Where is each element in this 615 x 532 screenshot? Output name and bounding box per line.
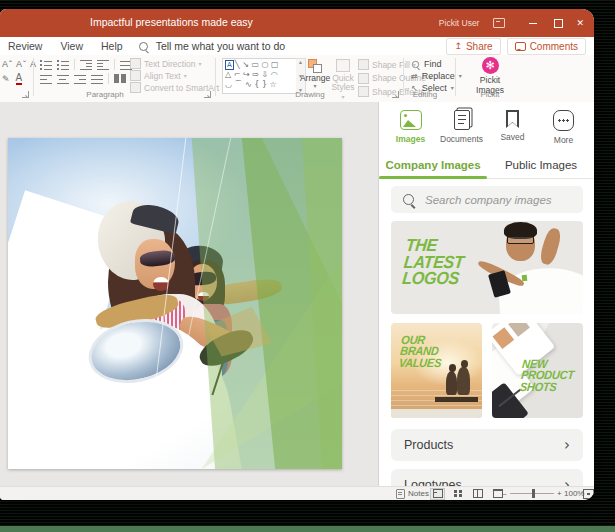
zoom-in-button[interactable]: +: [557, 487, 562, 500]
tile-caption: NEW PRODUCT SHOTS: [519, 359, 575, 393]
shape-icons[interactable]: ╲ ↘ ▭ ○ ▢: [235, 60, 279, 69]
zoom-out-button[interactable]: –: [502, 487, 506, 500]
tab-public-images[interactable]: Public Images: [487, 154, 594, 178]
paragraph-row1: ▾: [40, 59, 140, 70]
notes-label: Notes: [408, 489, 429, 498]
pane-nav-saved[interactable]: Saved: [490, 110, 536, 142]
arrange-button[interactable]: Arrange ▾: [300, 59, 330, 89]
decrease-indent-button[interactable]: [80, 60, 92, 70]
share-label: Share: [466, 41, 493, 52]
font-color-button[interactable]: A: [16, 73, 23, 85]
shape-effects-icon: [358, 86, 369, 97]
pickit-label-1: Pickit: [480, 75, 500, 85]
shapes-row-2[interactable]: △ ⌐ ↪ ⇨ ⇩ ◠: [225, 70, 297, 80]
notes-button[interactable]: Notes: [396, 487, 429, 500]
shapes-gallery[interactable]: A╲ ↘ ▭ ○ ▢ △ ⌐ ↪ ⇨ ⇩ ◠ ◡ ⌒ ∿ { } ☆: [222, 58, 300, 94]
tab-view[interactable]: View: [60, 40, 83, 52]
group-separator: [33, 58, 34, 96]
numbering-button[interactable]: [57, 60, 69, 70]
zoom-thumb[interactable]: [532, 489, 535, 498]
photo-shape: [457, 367, 470, 396]
fit-slide-icon: [583, 489, 594, 499]
images-icon: [400, 110, 422, 130]
align-text-item: Align Text ▾: [130, 70, 187, 81]
share-button[interactable]: ↥ Share: [446, 38, 500, 55]
section-products[interactable]: Products ›: [391, 429, 583, 461]
shape-fill-label: Shape Fill: [372, 60, 410, 70]
normal-view-button[interactable]: [430, 488, 445, 500]
signed-in-user[interactable]: Pickit User: [439, 18, 480, 28]
text-effects-icon[interactable]: ✎: [2, 74, 11, 84]
powerpoint-window: Impactful presentations made easy Pickit…: [0, 9, 594, 500]
search-input[interactable]: [423, 193, 577, 207]
slide-canvas[interactable]: [8, 138, 342, 469]
chevron-right-icon: ›: [564, 436, 570, 454]
zoom-level[interactable]: 100%: [564, 487, 584, 500]
share-icon: ↥: [454, 42, 462, 51]
increase-indent-button[interactable]: [97, 60, 109, 70]
bookmark-icon: [506, 110, 519, 128]
zoom-slider[interactable]: [510, 487, 554, 500]
restore-button[interactable]: [554, 19, 563, 28]
collection-tile-brand-values[interactable]: OUR BRAND VALUES: [391, 323, 482, 418]
slide-sorter-view-button[interactable]: [450, 488, 465, 500]
workspace: Images Documents Saved More: [0, 102, 594, 487]
ribbon-tab-row: Review View Help Tell me what you want t…: [0, 37, 594, 55]
comments-button[interactable]: Comments: [507, 38, 586, 55]
collection-tile-latest-logos[interactable]: THE LATEST LOGOS: [391, 221, 583, 314]
ribbon-display-options-icon[interactable]: [493, 18, 505, 28]
align-center-button[interactable]: [57, 74, 69, 84]
reading-view-icon: [473, 489, 483, 498]
paragraph-dialog-launcher[interactable]: [204, 91, 211, 98]
zoom-track[interactable]: [510, 493, 554, 494]
view-buttons: [430, 487, 510, 500]
caret-icon: ▾: [313, 83, 316, 89]
collection-tile-product-shots[interactable]: NEW PRODUCT SHOTS: [492, 323, 583, 418]
active-tab-underline: [379, 176, 487, 179]
font-size-buttons[interactable]: Aˆ Aˇ A: [2, 59, 37, 69]
photo-shape: [446, 371, 458, 396]
text-box-shape-icon[interactable]: A: [225, 60, 234, 70]
align-left-button[interactable]: [40, 74, 52, 84]
pane-nav-images[interactable]: Images: [388, 110, 434, 144]
align-text-button[interactable]: Align Text ▾: [130, 70, 187, 81]
caption-line: SHOTS: [519, 382, 573, 393]
backdrop: Impactful presentations made easy Pickit…: [0, 0, 615, 532]
ribbon: Aˆ Aˇ A ✎ A ▾: [0, 55, 594, 103]
search-icon: [403, 194, 414, 205]
justify-button[interactable]: [91, 74, 103, 84]
text-direction-button[interactable]: Text Direction ▾: [130, 58, 202, 69]
bullets-button[interactable]: [40, 60, 52, 70]
text-direction-label: Text Direction: [144, 59, 196, 69]
shapes-row-3[interactable]: ◡ ⌒ ∿ { } ☆: [225, 80, 297, 90]
close-button[interactable]: ✕: [576, 19, 584, 28]
documents-icon: [454, 110, 470, 130]
pane-nav-more[interactable]: More: [541, 110, 587, 145]
title-bar-controls: Pickit User ✕: [439, 9, 584, 37]
align-right-button[interactable]: [74, 74, 86, 84]
tab-help[interactable]: Help: [101, 40, 123, 52]
tell-me-search[interactable]: Tell me what you want to do: [139, 40, 286, 52]
font-group-row1: Aˆ Aˇ A: [2, 59, 37, 69]
company-image-search[interactable]: [391, 186, 583, 213]
photo-shape: [538, 227, 563, 267]
slide-sorter-icon: [454, 490, 462, 497]
tab-company-images[interactable]: Company Images: [379, 154, 487, 178]
nav-label: More: [554, 135, 573, 145]
pickit-group-label: Pickit: [445, 90, 535, 99]
paragraph-row2: ▾: [40, 73, 134, 84]
font-dialog-launcher[interactable]: [22, 91, 29, 98]
fit-slide-button[interactable]: [583, 487, 594, 500]
minimize-button[interactable]: [529, 23, 537, 24]
reading-view-button[interactable]: [470, 488, 485, 500]
shape-outline-icon: [358, 73, 369, 84]
section-logotypes[interactable]: Logotypes ›: [391, 469, 583, 487]
nav-label: Saved: [500, 132, 524, 142]
tab-review[interactable]: Review: [8, 40, 42, 52]
pane-nav-documents[interactable]: Documents: [439, 110, 485, 144]
photo-shape: [391, 409, 482, 418]
columns-button[interactable]: [114, 74, 126, 84]
align-text-icon: [130, 70, 141, 81]
notes-icon: [396, 489, 405, 499]
backdrop-green-strip: [0, 526, 615, 532]
